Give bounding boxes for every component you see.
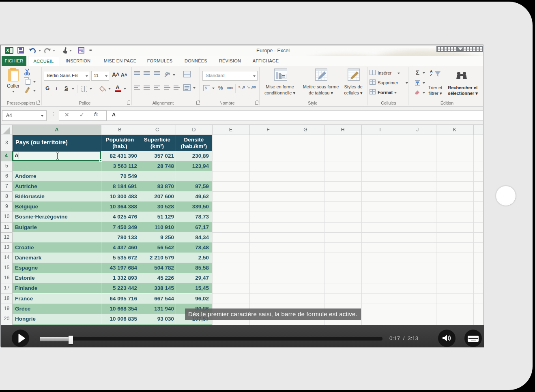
svg-text:ab: ab: [164, 71, 169, 76]
